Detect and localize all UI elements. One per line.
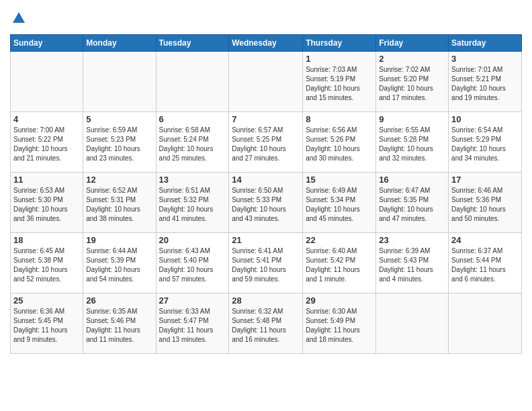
day-info: Sunrise: 6:57 AM Sunset: 5:25 PM Dayligh… [232, 126, 300, 163]
calendar-cell: 12Sunrise: 6:52 AM Sunset: 5:31 PM Dayli… [83, 173, 156, 233]
calendar-cell [229, 52, 303, 112]
day-info: Sunrise: 6:33 AM Sunset: 5:47 PM Dayligh… [159, 307, 226, 345]
day-info: Sunrise: 6:51 AM Sunset: 5:32 PM Dayligh… [159, 186, 226, 224]
day-info: Sunrise: 6:49 AM Sunset: 5:34 PM Dayligh… [306, 186, 373, 224]
day-info: Sunrise: 6:43 AM Sunset: 5:40 PM Dayligh… [159, 246, 226, 284]
day-number: 4 [13, 114, 80, 124]
calendar-cell [83, 52, 156, 112]
day-number: 12 [86, 175, 152, 185]
day-number: 27 [159, 295, 226, 306]
week-row-2: 4Sunrise: 7:00 AM Sunset: 5:22 PM Daylig… [11, 112, 522, 173]
day-info: Sunrise: 7:02 AM Sunset: 5:20 PM Dayligh… [379, 65, 445, 103]
week-row-1: 1Sunrise: 7:03 AM Sunset: 5:19 PM Daylig… [11, 52, 522, 112]
calendar-cell: 4Sunrise: 7:00 AM Sunset: 5:22 PM Daylig… [11, 112, 83, 173]
day-number: 29 [306, 295, 373, 306]
calendar-cell: 14Sunrise: 6:50 AM Sunset: 5:33 PM Dayli… [229, 173, 303, 233]
calendar-cell: 26Sunrise: 6:35 AM Sunset: 5:46 PM Dayli… [83, 293, 156, 354]
column-header-monday: Monday [83, 35, 156, 52]
day-info: Sunrise: 6:59 AM Sunset: 5:23 PM Dayligh… [86, 126, 152, 163]
column-header-thursday: Thursday [303, 35, 376, 52]
day-info: Sunrise: 6:58 AM Sunset: 5:24 PM Dayligh… [159, 126, 226, 163]
day-info: Sunrise: 6:35 AM Sunset: 5:46 PM Dayligh… [86, 307, 152, 345]
calendar-cell: 3Sunrise: 7:01 AM Sunset: 5:21 PM Daylig… [449, 52, 522, 112]
column-header-friday: Friday [376, 35, 449, 52]
week-row-4: 18Sunrise: 6:45 AM Sunset: 5:38 PM Dayli… [11, 233, 522, 293]
calendar-table: SundayMondayTuesdayWednesdayThursdayFrid… [10, 34, 522, 354]
day-number: 2 [379, 54, 445, 64]
day-number: 28 [232, 295, 300, 306]
day-number: 8 [306, 114, 373, 124]
day-info: Sunrise: 6:40 AM Sunset: 5:42 PM Dayligh… [306, 246, 373, 284]
calendar-cell: 28Sunrise: 6:32 AM Sunset: 5:48 PM Dayli… [229, 293, 303, 354]
logo-icon [11, 11, 26, 26]
calendar-cell: 1Sunrise: 7:03 AM Sunset: 5:19 PM Daylig… [303, 52, 376, 112]
day-number: 26 [86, 295, 152, 306]
calendar-cell: 10Sunrise: 6:54 AM Sunset: 5:29 PM Dayli… [449, 112, 522, 173]
day-info: Sunrise: 6:54 AM Sunset: 5:29 PM Dayligh… [451, 126, 519, 163]
column-header-saturday: Saturday [449, 35, 522, 52]
calendar-cell: 7Sunrise: 6:57 AM Sunset: 5:25 PM Daylig… [229, 112, 303, 173]
calendar-cell: 25Sunrise: 6:36 AM Sunset: 5:45 PM Dayli… [11, 293, 83, 354]
days-header-row: SundayMondayTuesdayWednesdayThursdayFrid… [11, 35, 522, 52]
column-header-tuesday: Tuesday [156, 35, 229, 52]
day-number: 23 [379, 235, 445, 245]
calendar-cell: 11Sunrise: 6:53 AM Sunset: 5:30 PM Dayli… [11, 173, 83, 233]
day-info: Sunrise: 6:30 AM Sunset: 5:49 PM Dayligh… [306, 307, 373, 345]
column-header-sunday: Sunday [11, 35, 83, 52]
calendar-cell: 2Sunrise: 7:02 AM Sunset: 5:20 PM Daylig… [376, 52, 449, 112]
day-number: 25 [13, 295, 80, 306]
calendar-cell [376, 293, 449, 354]
day-info: Sunrise: 6:47 AM Sunset: 5:35 PM Dayligh… [379, 186, 445, 224]
calendar-cell: 6Sunrise: 6:58 AM Sunset: 5:24 PM Daylig… [156, 112, 229, 173]
day-info: Sunrise: 6:52 AM Sunset: 5:31 PM Dayligh… [86, 186, 152, 224]
calendar-cell: 24Sunrise: 6:37 AM Sunset: 5:44 PM Dayli… [449, 233, 522, 293]
calendar-cell: 16Sunrise: 6:47 AM Sunset: 5:35 PM Dayli… [376, 173, 449, 233]
week-row-3: 11Sunrise: 6:53 AM Sunset: 5:30 PM Dayli… [11, 173, 522, 233]
calendar-cell [11, 52, 83, 112]
day-number: 10 [451, 114, 519, 124]
day-number: 14 [232, 175, 300, 185]
day-info: Sunrise: 7:00 AM Sunset: 5:22 PM Dayligh… [13, 126, 80, 163]
calendar-cell [156, 52, 229, 112]
day-info: Sunrise: 6:37 AM Sunset: 5:44 PM Dayligh… [451, 246, 519, 284]
day-info: Sunrise: 6:55 AM Sunset: 5:28 PM Dayligh… [379, 126, 445, 163]
day-info: Sunrise: 6:41 AM Sunset: 5:41 PM Dayligh… [232, 246, 300, 284]
column-header-wednesday: Wednesday [229, 35, 303, 52]
day-number: 16 [379, 175, 445, 185]
day-info: Sunrise: 6:32 AM Sunset: 5:48 PM Dayligh… [232, 307, 300, 345]
day-number: 20 [159, 235, 226, 245]
calendar-cell: 21Sunrise: 6:41 AM Sunset: 5:41 PM Dayli… [229, 233, 303, 293]
svg-marker-0 [13, 12, 25, 23]
day-number: 11 [13, 175, 80, 185]
day-number: 17 [451, 175, 519, 185]
calendar-cell: 18Sunrise: 6:45 AM Sunset: 5:38 PM Dayli… [11, 233, 83, 293]
calendar-cell: 8Sunrise: 6:56 AM Sunset: 5:26 PM Daylig… [303, 112, 376, 173]
calendar-cell: 15Sunrise: 6:49 AM Sunset: 5:34 PM Dayli… [303, 173, 376, 233]
day-info: Sunrise: 6:39 AM Sunset: 5:43 PM Dayligh… [379, 246, 445, 284]
day-number: 19 [86, 235, 152, 245]
logo [10, 11, 26, 29]
calendar-cell: 29Sunrise: 6:30 AM Sunset: 5:49 PM Dayli… [303, 293, 376, 354]
week-row-5: 25Sunrise: 6:36 AM Sunset: 5:45 PM Dayli… [11, 293, 522, 354]
day-info: Sunrise: 6:44 AM Sunset: 5:39 PM Dayligh… [86, 246, 152, 284]
calendar-cell [449, 293, 522, 354]
day-info: Sunrise: 7:01 AM Sunset: 5:21 PM Dayligh… [451, 65, 519, 103]
day-number: 1 [306, 54, 373, 64]
day-number: 18 [13, 235, 80, 245]
header [10, 7, 522, 29]
day-info: Sunrise: 6:46 AM Sunset: 5:36 PM Dayligh… [451, 186, 519, 224]
day-number: 7 [232, 114, 300, 124]
day-info: Sunrise: 7:03 AM Sunset: 5:19 PM Dayligh… [306, 65, 373, 103]
day-number: 21 [232, 235, 300, 245]
day-info: Sunrise: 6:53 AM Sunset: 5:30 PM Dayligh… [13, 186, 80, 224]
calendar-cell: 5Sunrise: 6:59 AM Sunset: 5:23 PM Daylig… [83, 112, 156, 173]
day-info: Sunrise: 6:36 AM Sunset: 5:45 PM Dayligh… [13, 307, 80, 345]
calendar-cell: 27Sunrise: 6:33 AM Sunset: 5:47 PM Dayli… [156, 293, 229, 354]
calendar-cell: 20Sunrise: 6:43 AM Sunset: 5:40 PM Dayli… [156, 233, 229, 293]
day-number: 9 [379, 114, 445, 124]
calendar-cell: 17Sunrise: 6:46 AM Sunset: 5:36 PM Dayli… [449, 173, 522, 233]
day-number: 3 [451, 54, 519, 64]
day-number: 15 [306, 175, 373, 185]
day-info: Sunrise: 6:50 AM Sunset: 5:33 PM Dayligh… [232, 186, 300, 224]
day-number: 6 [159, 114, 226, 124]
